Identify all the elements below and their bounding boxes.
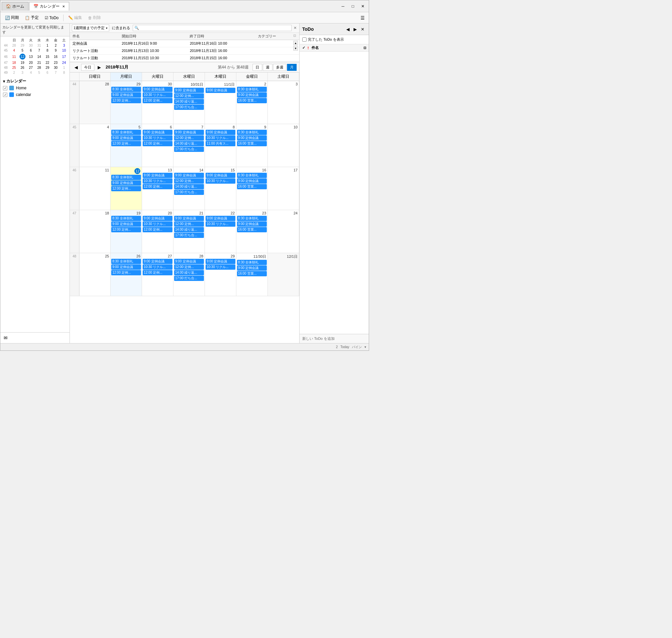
event-block[interactable]: 10:30 リクル... [206, 264, 235, 270]
event-block[interactable]: 9:00 定例会議 [143, 87, 173, 92]
mini-cal-day[interactable]: 1 [43, 43, 52, 48]
cal-item-home[interactable]: Home [0, 85, 69, 91]
show-done-checkbox[interactable] [302, 37, 307, 42]
event-block[interactable]: 17:00 打ち合... [174, 233, 204, 238]
mini-cal-day[interactable]: 25 [10, 65, 18, 70]
sync-button[interactable]: 🔄 同期 [2, 14, 21, 21]
event-block[interactable]: 10:30 リクル... [143, 92, 173, 98]
hamburger-menu[interactable]: ☰ [359, 15, 367, 21]
mini-cal-day[interactable]: 27 [27, 65, 35, 70]
mini-cal-day[interactable]: 23 [52, 60, 60, 65]
event-row[interactable]: 定例会議 2018年11月16日 9:00 2018年11月16日 10:00 [70, 40, 299, 47]
calendar-day-cell[interactable]: 149:00 定例会議12:00 定例...14:00 繰り返...17:00 … [174, 167, 205, 210]
event-block[interactable]: 14:00 繰り返... [174, 270, 204, 275]
mini-cal-day[interactable]: 28 [10, 43, 18, 48]
event-block[interactable]: 10:30 リクル... [143, 178, 173, 184]
todo-next-button[interactable]: ▶ [351, 26, 359, 33]
event-block[interactable]: 16:00 営業... [237, 184, 267, 189]
event-block[interactable]: 9:00 定例会議 [111, 92, 141, 98]
calendar-day-cell[interactable]: 12/1日 [268, 253, 299, 296]
event-block[interactable]: 12:00 定例... [174, 221, 204, 227]
edit-button[interactable]: ✏️ 編集 [66, 14, 85, 21]
mini-cal-day[interactable]: 2 [52, 43, 60, 48]
event-block[interactable]: 17:00 打ち合... [174, 147, 204, 152]
cal-home-checkbox[interactable] [3, 86, 7, 90]
cal-calendar-checkbox[interactable] [3, 93, 7, 97]
event-block[interactable]: 8:30 全体朝礼 [111, 216, 141, 221]
calendar-day-cell[interactable]: 11/1日9:00 定例会議 [205, 81, 236, 124]
filter-clear-button[interactable]: ✕ [293, 26, 297, 30]
event-block[interactable]: 16:00 営業... [237, 271, 267, 276]
calendar-day-cell[interactable]: 28 [79, 81, 111, 124]
event-block[interactable]: 16:00 営業... [237, 141, 267, 146]
calendar-day-cell[interactable]: 159:00 定例会議10:30 リクル... [205, 167, 236, 210]
mini-cal-day[interactable]: 12 [18, 53, 27, 60]
event-block[interactable]: 11:00 共有ス... [206, 141, 235, 146]
mini-cal-day[interactable]: 17 [60, 53, 68, 60]
event-block[interactable]: 10:30 リクル... [206, 221, 235, 227]
calendar-day-cell[interactable]: 10 [268, 124, 299, 167]
mini-cal-day[interactable]: 24 [60, 60, 68, 65]
calendar-day-cell[interactable]: 168:30 全体朝礼9:00 定例会議16:00 営業... [236, 167, 268, 210]
event-block[interactable]: 8:30 全体朝礼 [111, 259, 141, 264]
todo-add-button[interactable]: 新しい ToDo を追加 [299, 334, 369, 343]
calendar-day-cell[interactable]: 11/30日8:30 全体朝礼9:00 定例会議16:00 営業... [236, 253, 268, 296]
event-block[interactable]: 10:30 リクル... [143, 135, 173, 141]
view-day-button[interactable]: 日 [252, 64, 262, 71]
event-block[interactable]: 9:00 定例会議 [237, 92, 267, 98]
mini-cal-day[interactable]: 28 [35, 65, 43, 70]
calendar-day-cell[interactable]: 25 [79, 253, 111, 296]
event-block[interactable]: 12:00 定例... [111, 98, 141, 103]
event-block[interactable]: 9:00 定例会議 [206, 259, 235, 264]
calendar-day-cell[interactable]: 79:00 定例会議12:00 定例...14:00 繰り返...17:00 打… [174, 124, 205, 167]
calendar-day-cell[interactable]: 139:00 定例会議10:30 リクル...12:00 定例... [142, 167, 174, 210]
event-block[interactable]: 9:00 定例会議 [206, 130, 235, 135]
mini-cal-day[interactable]: 5 [18, 48, 27, 53]
search-input[interactable] [139, 26, 290, 30]
calendar-day-cell[interactable]: 209:00 定例会議10:30 リクル...12:00 定例... [142, 210, 174, 253]
event-block[interactable]: 10:30 リクル... [143, 221, 173, 227]
mini-cal-day[interactable]: 8 [60, 70, 68, 75]
filter-search-box[interactable]: 🔍 [133, 25, 292, 31]
event-block[interactable]: 8:30 全体朝礼 [111, 130, 141, 135]
event-block[interactable]: 12:00 定例... [143, 184, 173, 189]
tab-calendar[interactable]: 📅 カレンダー ✕ [29, 2, 69, 11]
close-button[interactable]: ✕ [358, 2, 367, 10]
events-scroll-up[interactable]: ▲ [293, 41, 298, 45]
calendar-day-cell[interactable]: 268:30 全体朝礼9:00 定例会議12:00 定例... [111, 253, 142, 296]
mini-cal-day[interactable]: 3 [18, 70, 27, 75]
event-block[interactable]: 12:00 定例... [143, 227, 173, 232]
event-block[interactable]: 9:00 定例会議 [111, 264, 141, 270]
mini-cal-day[interactable]: 29 [18, 43, 27, 48]
event-block[interactable]: 9:00 定例会議 [237, 221, 267, 227]
mini-cal-day[interactable]: 3 [60, 43, 68, 48]
event-block[interactable]: 9:00 定例会議 [111, 135, 141, 141]
mail-icon[interactable]: ✉ [2, 334, 10, 342]
event-block[interactable]: 12:00 定例... [174, 135, 204, 141]
calendar-day-cell[interactable]: 10/31日9:00 定例会議12:00 定例...14:00 繰り返...17… [174, 81, 205, 124]
calendar-day-cell[interactable]: 58:30 全体朝礼9:00 定例会議12:00 定例... [111, 124, 142, 167]
todo-toolbar-button[interactable]: ☑ ToDo [42, 15, 61, 21]
event-block[interactable]: 9:00 定例会議 [237, 135, 267, 141]
mini-cal-day[interactable]: 2 [10, 70, 18, 75]
event-block[interactable]: 17:00 打ち合... [174, 190, 204, 195]
mini-cal-day[interactable]: 20 [27, 60, 35, 65]
view-month-button[interactable]: 月 [287, 64, 297, 71]
calendar-day-cell[interactable]: 298:30 全体朝礼9:00 定例会議12:00 定例... [111, 81, 142, 124]
event-block[interactable]: 8:30 全体朝礼 [237, 87, 267, 92]
calendar-day-cell[interactable]: 279:00 定例会議10:30 リクル...12:00 定例... [142, 253, 174, 296]
calendar-day-cell[interactable]: 89:00 定例会議10:30 リクル...11:00 共有ス... [205, 124, 236, 167]
mini-cal-day[interactable]: 26 [18, 65, 27, 70]
event-block[interactable]: 16:00 営業... [237, 227, 267, 232]
calendar-day-cell[interactable]: 4 [79, 124, 111, 167]
event-block[interactable]: 9:00 定例会議 [174, 130, 204, 135]
event-block[interactable]: 16:00 営業... [237, 98, 267, 103]
event-block[interactable]: 17:00 打ち合... [174, 104, 204, 110]
mini-cal-day[interactable]: 15 [43, 53, 52, 60]
event-block[interactable]: 9:00 定例会議 [237, 178, 267, 184]
event-block[interactable]: 12:00 定例... [143, 270, 173, 275]
event-block[interactable]: 9:00 定例会議 [174, 216, 204, 221]
event-block[interactable]: 9:00 定例会議 [174, 88, 204, 93]
mini-cal-day[interactable]: 1 [60, 65, 68, 70]
minimize-button[interactable]: ─ [338, 2, 348, 10]
